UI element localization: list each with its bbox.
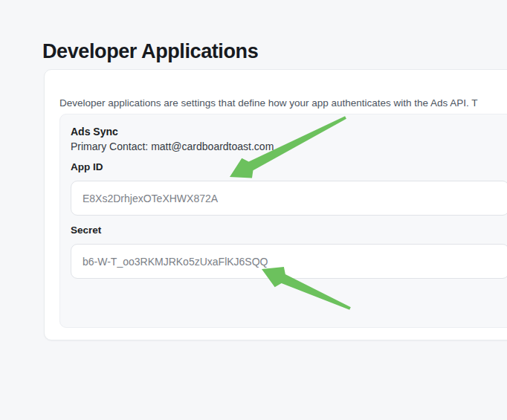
application-panel: Ads Sync Primary Contact: matt@cardboard… bbox=[59, 114, 507, 328]
app-id-label: App ID bbox=[71, 160, 507, 175]
page-title: Developer Applications bbox=[42, 40, 258, 63]
app-id-input[interactable] bbox=[71, 181, 507, 216]
developer-applications-card: Developer applications are settings that… bbox=[44, 69, 507, 340]
application-name: Ads Sync bbox=[71, 124, 507, 139]
secret-input[interactable] bbox=[71, 244, 507, 279]
primary-contact: Primary Contact: matt@cardboardtoast.com bbox=[71, 139, 507, 154]
secret-label: Secret bbox=[71, 223, 507, 238]
card-description: Developer applications are settings that… bbox=[59, 97, 478, 109]
